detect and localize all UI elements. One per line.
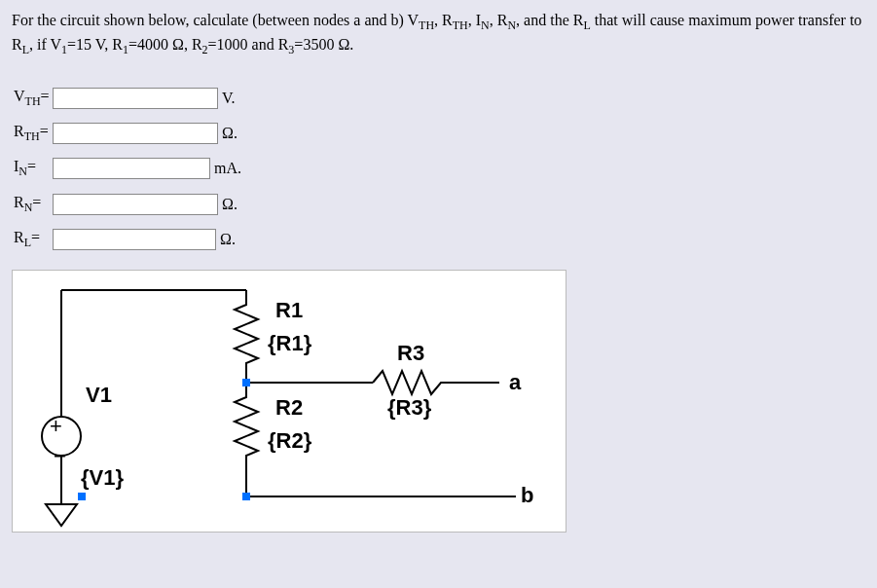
txt: =3500 Ω.: [294, 36, 353, 53]
sub: TH: [453, 18, 468, 32]
in-row: IN= mA.: [12, 158, 865, 179]
rl-label: RL=: [14, 229, 53, 250]
rth-unit: Ω.: [222, 125, 238, 142]
r3-name: R3: [397, 341, 424, 366]
txt: =4000 Ω, R: [128, 36, 202, 53]
inputs-block: VTH= V. RTH= Ω. IN= mA. RN= Ω. RL= Ω.: [12, 88, 865, 250]
rl-unit: Ω.: [220, 231, 236, 248]
rth-row: RTH= Ω.: [12, 123, 865, 144]
rn-label: RN=: [14, 194, 53, 215]
rl-row: RL= Ω.: [12, 229, 865, 250]
rn-input[interactable]: [53, 194, 218, 215]
txt: , R: [434, 12, 453, 28]
v1-param: {V1}: [81, 465, 124, 491]
txt: , if V: [29, 36, 61, 53]
r2-name: R2: [275, 395, 303, 421]
txt: , I: [468, 12, 481, 28]
vth-input[interactable]: [53, 88, 218, 109]
vth-label: VTH=: [14, 88, 53, 109]
txt: For the circuit shown below, calculate (…: [12, 12, 419, 28]
problem-statement: For the circuit shown below, calculate (…: [12, 10, 865, 58]
rl-input[interactable]: [53, 229, 216, 250]
node-a: a: [509, 370, 521, 395]
vth-unit: V.: [222, 90, 236, 107]
r1-param: {R1}: [268, 331, 311, 356]
txt: , and the R: [516, 12, 583, 28]
txt: =1000 and R: [208, 36, 289, 53]
svg-rect-3: [78, 493, 86, 500]
sub: N: [507, 18, 516, 32]
txt: =15 V, R: [67, 36, 123, 53]
in-input[interactable]: [53, 158, 210, 179]
r2-param: {R2}: [268, 428, 311, 454]
in-unit: mA.: [214, 160, 241, 177]
svg-rect-1: [242, 379, 250, 386]
vth-row: VTH= V.: [12, 88, 865, 109]
minus-sign: −: [54, 444, 66, 469]
v1-name: V1: [86, 383, 112, 408]
rth-input[interactable]: [53, 123, 218, 144]
node-b: b: [521, 483, 533, 508]
in-label: IN=: [14, 158, 53, 179]
sub: N: [481, 18, 490, 32]
rn-row: RN= Ω.: [12, 194, 865, 215]
r1-name: R1: [275, 298, 303, 323]
svg-rect-2: [242, 493, 250, 500]
sub: L: [583, 18, 590, 32]
plus-sign: +: [50, 414, 62, 439]
circuit-diagram: V1 + − {V1} R1 {R1} R2 {R2} R3 {R3} a b: [12, 270, 566, 533]
r3-param: {R3}: [387, 395, 431, 421]
sub: L: [22, 43, 29, 56]
rth-label: RTH=: [14, 123, 53, 144]
rn-unit: Ω.: [222, 196, 238, 213]
txt: , R: [490, 12, 508, 28]
sub: TH: [419, 18, 434, 32]
